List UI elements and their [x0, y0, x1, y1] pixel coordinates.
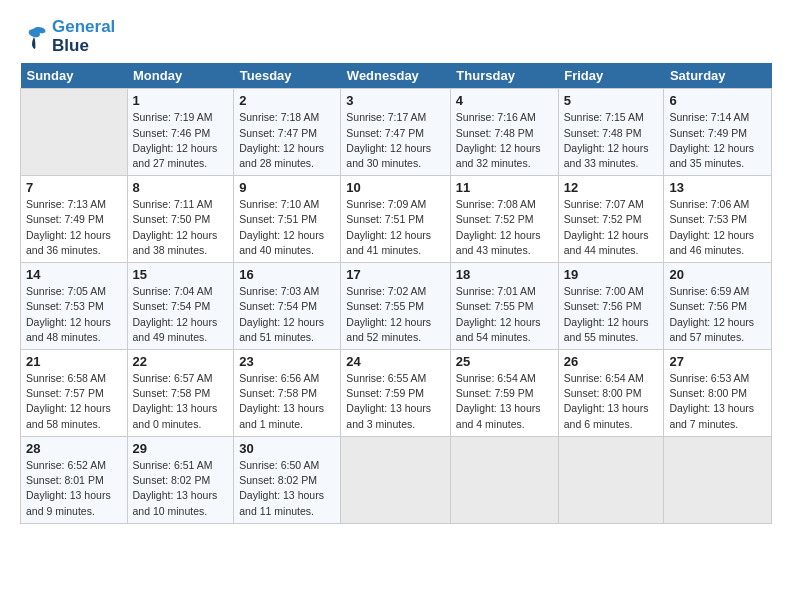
day-info: Sunrise: 7:04 AM Sunset: 7:54 PM Dayligh… [133, 284, 229, 345]
day-number: 24 [346, 354, 445, 369]
calendar-day-cell: 25Sunrise: 6:54 AM Sunset: 7:59 PM Dayli… [450, 350, 558, 437]
day-info: Sunrise: 6:58 AM Sunset: 7:57 PM Dayligh… [26, 371, 122, 432]
day-info: Sunrise: 7:18 AM Sunset: 7:47 PM Dayligh… [239, 110, 335, 171]
day-info: Sunrise: 7:03 AM Sunset: 7:54 PM Dayligh… [239, 284, 335, 345]
calendar-day-cell: 15Sunrise: 7:04 AM Sunset: 7:54 PM Dayli… [127, 263, 234, 350]
day-info: Sunrise: 7:16 AM Sunset: 7:48 PM Dayligh… [456, 110, 553, 171]
calendar-day-cell: 10Sunrise: 7:09 AM Sunset: 7:51 PM Dayli… [341, 176, 451, 263]
day-info: Sunrise: 7:14 AM Sunset: 7:49 PM Dayligh… [669, 110, 766, 171]
calendar-week-row: 1Sunrise: 7:19 AM Sunset: 7:46 PM Daylig… [21, 89, 772, 176]
day-number: 3 [346, 93, 445, 108]
day-info: Sunrise: 6:50 AM Sunset: 8:02 PM Dayligh… [239, 458, 335, 519]
calendar-week-row: 14Sunrise: 7:05 AM Sunset: 7:53 PM Dayli… [21, 263, 772, 350]
calendar-day-cell: 2Sunrise: 7:18 AM Sunset: 7:47 PM Daylig… [234, 89, 341, 176]
calendar-day-cell: 18Sunrise: 7:01 AM Sunset: 7:55 PM Dayli… [450, 263, 558, 350]
day-number: 14 [26, 267, 122, 282]
calendar-day-cell: 13Sunrise: 7:06 AM Sunset: 7:53 PM Dayli… [664, 176, 772, 263]
day-number: 17 [346, 267, 445, 282]
day-info: Sunrise: 6:55 AM Sunset: 7:59 PM Dayligh… [346, 371, 445, 432]
day-info: Sunrise: 7:00 AM Sunset: 7:56 PM Dayligh… [564, 284, 659, 345]
weekday-header-row: SundayMondayTuesdayWednesdayThursdayFrid… [21, 63, 772, 89]
calendar-day-cell [450, 436, 558, 523]
day-number: 5 [564, 93, 659, 108]
day-info: Sunrise: 7:19 AM Sunset: 7:46 PM Dayligh… [133, 110, 229, 171]
day-number: 20 [669, 267, 766, 282]
day-info: Sunrise: 7:13 AM Sunset: 7:49 PM Dayligh… [26, 197, 122, 258]
calendar-day-cell [558, 436, 664, 523]
day-info: Sunrise: 7:02 AM Sunset: 7:55 PM Dayligh… [346, 284, 445, 345]
logo: General Blue [20, 18, 115, 55]
day-info: Sunrise: 6:51 AM Sunset: 8:02 PM Dayligh… [133, 458, 229, 519]
calendar-day-cell: 26Sunrise: 6:54 AM Sunset: 8:00 PM Dayli… [558, 350, 664, 437]
day-info: Sunrise: 6:59 AM Sunset: 7:56 PM Dayligh… [669, 284, 766, 345]
calendar-day-cell: 20Sunrise: 6:59 AM Sunset: 7:56 PM Dayli… [664, 263, 772, 350]
day-number: 13 [669, 180, 766, 195]
day-number: 22 [133, 354, 229, 369]
calendar-day-cell: 17Sunrise: 7:02 AM Sunset: 7:55 PM Dayli… [341, 263, 451, 350]
day-info: Sunrise: 6:53 AM Sunset: 8:00 PM Dayligh… [669, 371, 766, 432]
calendar-day-cell: 22Sunrise: 6:57 AM Sunset: 7:58 PM Dayli… [127, 350, 234, 437]
calendar-week-row: 7Sunrise: 7:13 AM Sunset: 7:49 PM Daylig… [21, 176, 772, 263]
day-info: Sunrise: 7:10 AM Sunset: 7:51 PM Dayligh… [239, 197, 335, 258]
day-number: 16 [239, 267, 335, 282]
day-number: 25 [456, 354, 553, 369]
day-info: Sunrise: 7:01 AM Sunset: 7:55 PM Dayligh… [456, 284, 553, 345]
day-number: 15 [133, 267, 229, 282]
calendar-week-row: 21Sunrise: 6:58 AM Sunset: 7:57 PM Dayli… [21, 350, 772, 437]
day-info: Sunrise: 6:54 AM Sunset: 8:00 PM Dayligh… [564, 371, 659, 432]
calendar-table: SundayMondayTuesdayWednesdayThursdayFrid… [20, 63, 772, 523]
calendar-day-cell: 12Sunrise: 7:07 AM Sunset: 7:52 PM Dayli… [558, 176, 664, 263]
logo-bird-icon [20, 23, 48, 51]
day-info: Sunrise: 6:54 AM Sunset: 7:59 PM Dayligh… [456, 371, 553, 432]
day-number: 4 [456, 93, 553, 108]
weekday-header-wednesday: Wednesday [341, 63, 451, 89]
calendar-day-cell: 11Sunrise: 7:08 AM Sunset: 7:52 PM Dayli… [450, 176, 558, 263]
calendar-day-cell: 23Sunrise: 6:56 AM Sunset: 7:58 PM Dayli… [234, 350, 341, 437]
calendar-day-cell: 8Sunrise: 7:11 AM Sunset: 7:50 PM Daylig… [127, 176, 234, 263]
weekday-header-tuesday: Tuesday [234, 63, 341, 89]
day-info: Sunrise: 7:11 AM Sunset: 7:50 PM Dayligh… [133, 197, 229, 258]
day-info: Sunrise: 7:17 AM Sunset: 7:47 PM Dayligh… [346, 110, 445, 171]
day-number: 2 [239, 93, 335, 108]
calendar-day-cell: 29Sunrise: 6:51 AM Sunset: 8:02 PM Dayli… [127, 436, 234, 523]
day-info: Sunrise: 7:09 AM Sunset: 7:51 PM Dayligh… [346, 197, 445, 258]
calendar-day-cell: 7Sunrise: 7:13 AM Sunset: 7:49 PM Daylig… [21, 176, 128, 263]
day-info: Sunrise: 7:06 AM Sunset: 7:53 PM Dayligh… [669, 197, 766, 258]
calendar-day-cell: 30Sunrise: 6:50 AM Sunset: 8:02 PM Dayli… [234, 436, 341, 523]
day-number: 10 [346, 180, 445, 195]
calendar-day-cell: 6Sunrise: 7:14 AM Sunset: 7:49 PM Daylig… [664, 89, 772, 176]
calendar-day-cell: 14Sunrise: 7:05 AM Sunset: 7:53 PM Dayli… [21, 263, 128, 350]
calendar-day-cell: 1Sunrise: 7:19 AM Sunset: 7:46 PM Daylig… [127, 89, 234, 176]
day-info: Sunrise: 6:57 AM Sunset: 7:58 PM Dayligh… [133, 371, 229, 432]
weekday-header-monday: Monday [127, 63, 234, 89]
weekday-header-friday: Friday [558, 63, 664, 89]
day-number: 21 [26, 354, 122, 369]
calendar-day-cell [341, 436, 451, 523]
day-number: 6 [669, 93, 766, 108]
calendar-day-cell: 9Sunrise: 7:10 AM Sunset: 7:51 PM Daylig… [234, 176, 341, 263]
day-number: 28 [26, 441, 122, 456]
logo-text: General Blue [52, 18, 115, 55]
day-number: 27 [669, 354, 766, 369]
calendar-day-cell: 21Sunrise: 6:58 AM Sunset: 7:57 PM Dayli… [21, 350, 128, 437]
calendar-day-cell: 24Sunrise: 6:55 AM Sunset: 7:59 PM Dayli… [341, 350, 451, 437]
day-number: 9 [239, 180, 335, 195]
day-info: Sunrise: 6:52 AM Sunset: 8:01 PM Dayligh… [26, 458, 122, 519]
day-number: 1 [133, 93, 229, 108]
weekday-header-thursday: Thursday [450, 63, 558, 89]
calendar-day-cell: 27Sunrise: 6:53 AM Sunset: 8:00 PM Dayli… [664, 350, 772, 437]
day-number: 29 [133, 441, 229, 456]
weekday-header-sunday: Sunday [21, 63, 128, 89]
calendar-day-cell: 19Sunrise: 7:00 AM Sunset: 7:56 PM Dayli… [558, 263, 664, 350]
header: General Blue [20, 18, 772, 55]
calendar-day-cell: 3Sunrise: 7:17 AM Sunset: 7:47 PM Daylig… [341, 89, 451, 176]
day-info: Sunrise: 7:08 AM Sunset: 7:52 PM Dayligh… [456, 197, 553, 258]
day-info: Sunrise: 7:05 AM Sunset: 7:53 PM Dayligh… [26, 284, 122, 345]
day-number: 30 [239, 441, 335, 456]
calendar-day-cell [664, 436, 772, 523]
day-number: 7 [26, 180, 122, 195]
day-number: 12 [564, 180, 659, 195]
day-number: 26 [564, 354, 659, 369]
day-number: 19 [564, 267, 659, 282]
day-number: 8 [133, 180, 229, 195]
